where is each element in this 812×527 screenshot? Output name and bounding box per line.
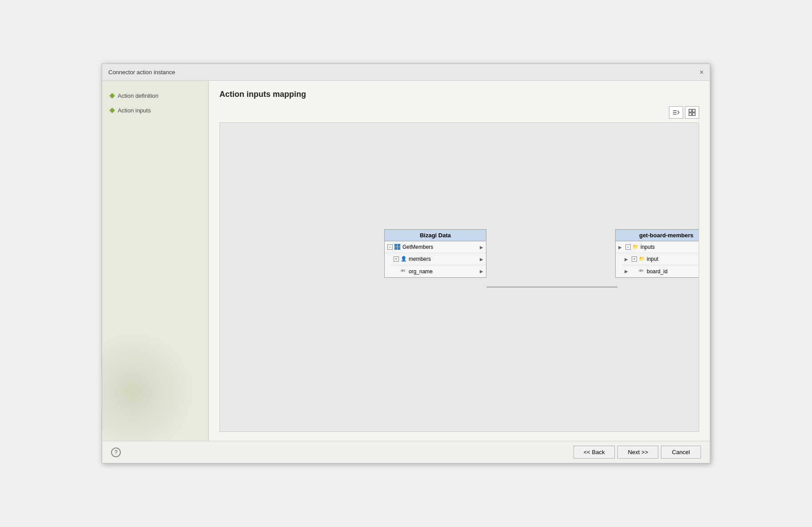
- row-label: org_name: [409, 268, 433, 275]
- left-table-header: Bizagi Data: [385, 230, 486, 241]
- svg-rect-8: [693, 113, 695, 116]
- mapping-canvas: Bizagi Data − GetMembers ▶: [220, 123, 699, 431]
- table-row: abc org_name ▶: [391, 265, 486, 277]
- cancel-button[interactable]: Cancel: [661, 446, 701, 459]
- sidebar-item-label: Action definition: [118, 92, 159, 99]
- arrow-out-icon: ▶: [480, 245, 483, 250]
- folder-icon-2: 📁: [639, 256, 645, 262]
- arrow-in-icon-3: ▶: [625, 269, 628, 274]
- mapping-view-button[interactable]: [669, 106, 683, 119]
- folder-icon: 📁: [633, 244, 639, 250]
- table-row: ▶ − 📁 inputs: [616, 241, 699, 253]
- sidebar: Action definition Action inputs: [102, 81, 209, 441]
- arrow-out-icon-2: ▶: [480, 257, 483, 262]
- row-label: board_id: [647, 268, 668, 275]
- sidebar-item-label-2: Action inputs: [118, 107, 151, 114]
- button-group: << Back Next >> Cancel: [573, 446, 701, 459]
- table-row: ▶ abc board_id: [622, 265, 699, 277]
- mapping-area: Bizagi Data − GetMembers ▶: [219, 122, 699, 432]
- svg-rect-6: [693, 109, 695, 112]
- svg-rect-7: [689, 113, 692, 116]
- back-button[interactable]: << Back: [573, 446, 615, 459]
- right-table: get-board-members ▶ − 📁 inputs ▶ + �: [615, 229, 699, 278]
- title-bar: Connector action instance ×: [102, 64, 710, 81]
- user-icon: 👤: [401, 256, 407, 262]
- expand-icon[interactable]: −: [387, 244, 393, 250]
- grid-view-button[interactable]: [685, 106, 699, 119]
- table-icon: [394, 244, 401, 250]
- table-row: + 👤 members ▶: [391, 253, 486, 265]
- main-content: Action inputs mapping: [209, 81, 710, 441]
- bottom-bar: ? << Back Next >> Cancel: [102, 441, 710, 463]
- help-button[interactable]: ?: [111, 447, 121, 457]
- close-button[interactable]: ×: [700, 69, 704, 76]
- svg-rect-5: [689, 109, 692, 112]
- sidebar-item-action-definition[interactable]: Action definition: [107, 90, 204, 102]
- arrow-in-icon-2: ▶: [625, 257, 628, 262]
- diamond-icon: [109, 93, 115, 99]
- svg-line-3: [677, 111, 679, 112]
- abc-icon-2: abc: [639, 268, 645, 275]
- expand-icon-r2[interactable]: +: [632, 256, 637, 262]
- mapping-icon: [672, 108, 680, 116]
- next-button[interactable]: Next >>: [617, 446, 658, 459]
- dialog-title: Connector action instance: [108, 69, 175, 76]
- abc-icon: abc: [401, 268, 407, 275]
- toolbar: [219, 106, 699, 119]
- right-table-header: get-board-members: [616, 230, 699, 241]
- row-label: inputs: [641, 244, 655, 250]
- page-title: Action inputs mapping: [219, 90, 699, 99]
- sidebar-item-action-inputs[interactable]: Action inputs: [107, 104, 204, 116]
- row-label: members: [409, 256, 431, 262]
- arrow-out-icon-3: ▶: [480, 269, 483, 274]
- dialog-body: Action definition Action inputs Action i…: [102, 81, 710, 441]
- table-row: − GetMembers ▶: [385, 241, 486, 253]
- expand-icon-2[interactable]: +: [394, 256, 399, 262]
- dialog: Connector action instance × Action defin…: [102, 64, 710, 463]
- table-row: ▶ + 📁 input: [622, 253, 699, 265]
- left-table: Bizagi Data − GetMembers ▶: [384, 229, 486, 278]
- row-label: GetMembers: [402, 244, 433, 250]
- diamond-icon-2: [109, 108, 115, 113]
- svg-line-4: [677, 112, 679, 114]
- grid-icon: [688, 108, 696, 116]
- arrow-in-icon: ▶: [618, 245, 622, 250]
- row-label: input: [647, 256, 658, 262]
- expand-icon-r1[interactable]: −: [625, 244, 631, 250]
